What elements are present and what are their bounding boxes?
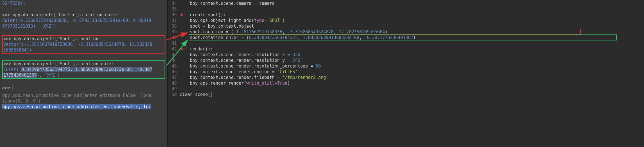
console-result: 673705101013), 'XYZ') <box>2 24 56 29</box>
line-number: 50 <box>168 92 177 97</box>
console-text: 6247559)) <box>2 1 25 6</box>
console-history: bpy.ops.mesh.primitive_cone_add(enter_ed… <box>2 92 165 110</box>
code-line: spot.location = (-1.2811667919158936, -3… <box>180 29 644 35</box>
console-cmd: bpy.data.objects["Spot"].location <box>14 36 98 41</box>
console-prompt: >>> <box>2 12 13 17</box>
code-line: bpy.context.scene.camera = camera <box>180 1 644 6</box>
line-number: 37 <box>168 18 177 23</box>
line-number: 40 <box>168 35 177 40</box>
line-number: 36 <box>168 12 177 18</box>
console-prompt: >>> <box>3 36 14 41</box>
line-number: 43 <box>168 52 177 58</box>
code-line: bpy.context.scene.render.resolution_y = … <box>180 58 644 63</box>
line-number: 48 <box>168 80 177 86</box>
line-number: 35 <box>168 6 177 12</box>
console-result: ), 'XYZ') <box>37 73 60 78</box>
line-number: 34 <box>168 1 177 6</box>
line-number: 38 <box>168 23 177 29</box>
code-line: bpy.context.scene.render.resolution_x = … <box>180 52 644 58</box>
code-area[interactable]: bpy.context.scene.camera = camera def cr… <box>180 0 644 147</box>
console-result: Vector((-1.2811667919158936, -3.31686854… <box>3 42 152 47</box>
code-line: bpy.ops.object.light_add(type='SPOT') <box>180 18 644 23</box>
console-cmd: bpy.data.objects["Camera"].rotation_eule… <box>13 12 118 17</box>
console-green-highlight: >>> bpy.data.objects["Spot"].rotation_eu… <box>2 60 165 79</box>
console-prompt: >>> <box>3 61 14 66</box>
console-prompt: >>> <box>2 85 13 90</box>
console-cmd: bpy.data.objects["Spot"].rotation_euler <box>14 61 114 66</box>
console-red-highlight: >>> bpy.data.objects["Spot"].location Ve… <box>2 35 165 54</box>
code-line: spot.rotation_euler = (0.342084735631942… <box>180 35 644 40</box>
code-line: bpy.context.scene.render.resolution_perc… <box>180 63 644 69</box>
history-line: tion=(0, 0, 0)) <box>2 99 41 104</box>
code-editor-panel[interactable]: 3435363738394041424344454647484950 bpy.c… <box>168 0 644 147</box>
code-line <box>180 86 644 92</box>
main-container: 6247559)) >>> bpy.data.objects["Camera"]… <box>0 0 644 147</box>
code-line: bpy.ops.render.render(write_still=True) <box>180 80 644 86</box>
line-number: 49 <box>168 86 177 92</box>
line-number: 45 <box>168 63 177 69</box>
console-cursor <box>13 86 13 90</box>
line-number: 44 <box>168 58 177 63</box>
console-output: 6247559)) >>> bpy.data.objects["Camera"]… <box>0 0 167 110</box>
history-line: bpy.ops.mesh.primitive_cone_add(enter_ed… <box>2 93 151 98</box>
line-number: 39 <box>168 29 177 35</box>
console-result: Euler(( <box>3 67 21 72</box>
line-number: 42 <box>168 46 177 52</box>
console-result-selected: 0.34208473563194275, 1.8850268901360323e… <box>21 67 152 72</box>
code-line: bpy.context.scene.render.engine = 'CYCLE… <box>180 69 644 75</box>
line-number: 41 <box>168 40 177 46</box>
console-result: Euler((0.7260572910308838, -6.6793113262… <box>2 18 151 23</box>
code-line: spot = bpy.context.object <box>180 23 644 29</box>
code-line <box>180 6 644 12</box>
code-line: def render(): <box>180 46 644 52</box>
code-line: clear_scene() <box>180 92 644 97</box>
line-number: 47 <box>168 75 177 80</box>
line-number: 46 <box>168 69 177 75</box>
code-line: def create_spot(): <box>180 12 644 18</box>
python-console-panel[interactable]: 6247559)) >>> bpy.data.objects["Camera"]… <box>0 0 168 147</box>
code-line: bpy.context.scene.render.filepath = '/tm… <box>180 75 644 80</box>
line-number-gutter: 3435363738394041424344454647484950 <box>168 0 180 147</box>
console-result-selected: 1775436401367 <box>3 73 37 78</box>
console-result: 169555664)) <box>3 48 32 53</box>
history-line-active[interactable]: bpy.ops.mesh.primitive_plane_add(enter_e… <box>2 104 151 109</box>
code-line <box>180 40 644 46</box>
